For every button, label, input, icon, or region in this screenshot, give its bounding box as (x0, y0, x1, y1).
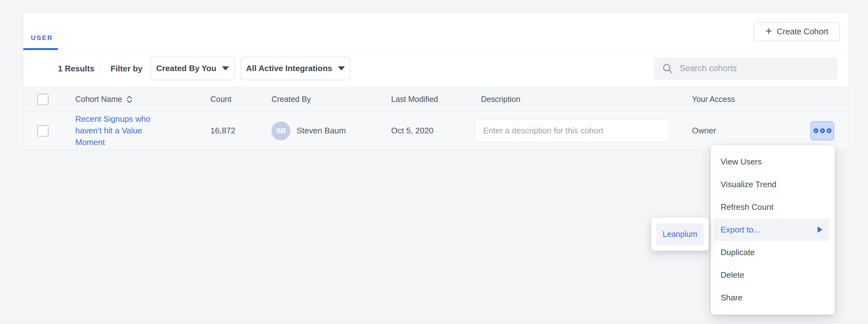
menu-item-share[interactable]: Share (711, 286, 835, 309)
row-actions-menu: View Users Visualize Trend Refresh Count… (711, 145, 835, 315)
cohort-name-link[interactable]: Recent Signups who haven’t hit a Value M… (75, 113, 159, 148)
created-by-name: Steven Baum (297, 126, 346, 136)
export-submenu: Leanplum (651, 218, 709, 251)
chevron-down-icon (222, 66, 229, 70)
row-actions-button[interactable] (810, 121, 834, 140)
menu-item-view-users[interactable]: View Users (711, 150, 835, 173)
search-icon (662, 63, 673, 74)
header-created-by: Created By (272, 95, 391, 104)
last-modified-date: Oct 5, 2020 (391, 126, 475, 136)
select-all-checkbox[interactable] (37, 94, 49, 105)
header-count: Count (210, 95, 272, 104)
table-row: Recent Signups who haven’t hit a Value M… (23, 112, 848, 150)
search-cohorts-box (654, 57, 837, 80)
create-cohort-label: Create Cohort (777, 27, 828, 36)
avatar: SB (272, 121, 290, 140)
dot-icon (813, 128, 818, 133)
filter-by-label: Filter by (111, 64, 142, 73)
tab-bar: USER + Create Cohort (23, 12, 848, 50)
dot-icon (820, 128, 825, 133)
header-cohort-name[interactable]: Cohort Name (75, 95, 122, 104)
sort-icon[interactable] (126, 95, 133, 104)
created-by-filter-dropdown[interactable]: Created By You (150, 57, 235, 80)
header-last-modified: Last Modified (391, 95, 475, 104)
integrations-filter-dropdown[interactable]: All Active Integrations (241, 57, 350, 80)
cohorts-panel: USER + Create Cohort 1 Results Filter by… (23, 12, 849, 150)
description-input[interactable] (475, 119, 670, 142)
vertical-divider (100, 61, 100, 76)
chevron-down-icon (338, 66, 345, 70)
tab-user[interactable]: USER (31, 34, 53, 41)
menu-item-visualize-trend[interactable]: Visualize Trend (711, 173, 835, 196)
create-cohort-button[interactable]: + Create Cohort (754, 22, 840, 41)
dot-icon (827, 128, 832, 133)
cohort-count: 16,872 (210, 126, 272, 136)
search-input[interactable] (680, 64, 831, 73)
header-description: Description (475, 95, 692, 104)
integrations-filter-label: All Active Integrations (246, 64, 332, 73)
menu-item-duplicate[interactable]: Duplicate (711, 241, 835, 263)
submenu-arrow-icon (817, 226, 822, 233)
created-by-filter-label: Created By You (156, 64, 216, 73)
header-your-access: Your Access (692, 95, 807, 104)
submenu-item-leanplum[interactable]: Leanplum (656, 223, 704, 245)
access-value: Owner (692, 126, 807, 136)
row-checkbox[interactable] (37, 125, 49, 137)
results-count: 1 Results (58, 64, 94, 73)
menu-item-refresh-count[interactable]: Refresh Count (711, 196, 835, 218)
menu-item-export-to[interactable]: Export to... (714, 218, 829, 241)
plus-icon: + (765, 26, 772, 37)
menu-item-delete[interactable]: Delete (711, 263, 835, 286)
table-header-row: Cohort Name Count Created By Last Modifi… (23, 87, 848, 112)
export-to-label: Export to... (721, 225, 760, 235)
filter-bar: 1 Results Filter by Created By You All A… (23, 50, 848, 87)
